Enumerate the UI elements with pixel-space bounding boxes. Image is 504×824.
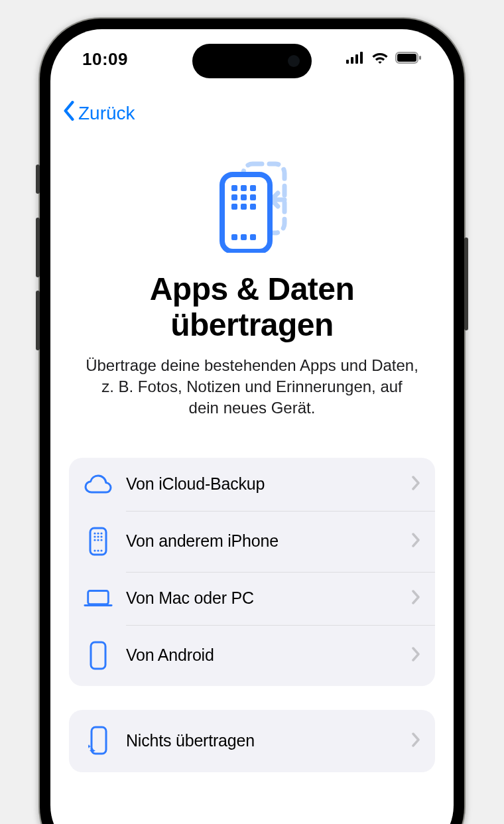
svg-rect-10 bbox=[241, 185, 247, 191]
option-label: Von iCloud-Backup bbox=[126, 474, 398, 494]
screen: 10:09 Zu bbox=[50, 29, 454, 824]
svg-rect-3 bbox=[360, 52, 363, 64]
option-label: Nichts übertragen bbox=[126, 731, 398, 750]
svg-rect-15 bbox=[231, 204, 237, 210]
status-time: 10:09 bbox=[82, 49, 128, 70]
option-label: Von Android bbox=[126, 646, 398, 665]
svg-point-26 bbox=[97, 535, 99, 537]
svg-point-22 bbox=[94, 532, 95, 534]
transfer-options-list: Von iCloud-Backup Von anderem iPhone bbox=[69, 458, 435, 686]
svg-rect-11 bbox=[250, 185, 256, 191]
back-button[interactable]: Zurück bbox=[50, 96, 147, 131]
svg-rect-13 bbox=[241, 194, 247, 200]
svg-point-27 bbox=[100, 535, 102, 537]
svg-rect-1 bbox=[351, 57, 353, 64]
phone-icon bbox=[84, 641, 113, 670]
chevron-right-icon bbox=[411, 476, 420, 493]
option-other-iphone[interactable]: Von anderem iPhone bbox=[69, 511, 435, 572]
svg-rect-34 bbox=[88, 590, 109, 604]
svg-rect-9 bbox=[231, 185, 237, 191]
svg-point-25 bbox=[94, 535, 95, 537]
option-icloud-backup[interactable]: Von iCloud-Backup bbox=[69, 458, 435, 511]
svg-rect-16 bbox=[241, 204, 247, 210]
transfer-icon bbox=[202, 160, 302, 253]
option-label: Von Mac oder PC bbox=[126, 588, 398, 608]
option-label: Von anderem iPhone bbox=[126, 531, 398, 551]
laptop-icon bbox=[84, 588, 113, 609]
page-title: Apps & Daten übertragen bbox=[82, 271, 422, 343]
option-transfer-nothing[interactable]: Nichts übertragen bbox=[69, 710, 435, 772]
volume-down-button bbox=[36, 291, 40, 350]
transfer-options-list-secondary: Nichts übertragen bbox=[69, 710, 435, 772]
chevron-left-icon bbox=[62, 101, 76, 125]
svg-rect-0 bbox=[346, 60, 349, 64]
svg-rect-5 bbox=[397, 54, 416, 62]
chevron-right-icon bbox=[411, 647, 420, 664]
svg-rect-12 bbox=[231, 194, 237, 200]
option-mac-pc[interactable]: Von Mac oder PC bbox=[69, 572, 435, 625]
page-subtitle: Übertrage deine bestehenden Apps und Dat… bbox=[82, 355, 422, 419]
svg-rect-6 bbox=[419, 56, 421, 60]
phone-sparkle-icon bbox=[84, 726, 113, 756]
svg-rect-35 bbox=[91, 642, 105, 669]
svg-point-23 bbox=[97, 532, 99, 534]
svg-point-30 bbox=[100, 539, 102, 541]
svg-point-28 bbox=[94, 539, 95, 541]
phone-frame: 10:09 Zu bbox=[40, 19, 464, 824]
svg-rect-20 bbox=[250, 234, 256, 240]
svg-rect-18 bbox=[231, 234, 237, 240]
svg-rect-19 bbox=[241, 234, 247, 240]
iphone-icon bbox=[84, 527, 113, 556]
mute-switch bbox=[36, 165, 40, 194]
svg-point-29 bbox=[97, 539, 99, 541]
chevron-right-icon bbox=[411, 533, 420, 550]
cellular-icon bbox=[346, 52, 365, 66]
battery-icon bbox=[395, 52, 422, 66]
svg-point-33 bbox=[100, 549, 102, 551]
svg-rect-14 bbox=[250, 194, 256, 200]
side-button bbox=[464, 238, 468, 330]
back-label: Zurück bbox=[78, 103, 135, 124]
chevron-right-icon bbox=[411, 732, 420, 750]
option-android[interactable]: Von Android bbox=[69, 625, 435, 686]
svg-rect-2 bbox=[355, 54, 358, 64]
svg-point-24 bbox=[100, 532, 102, 534]
wifi-icon bbox=[371, 51, 389, 67]
svg-point-32 bbox=[97, 549, 99, 551]
svg-point-31 bbox=[94, 549, 95, 551]
dynamic-island bbox=[192, 44, 312, 78]
svg-rect-36 bbox=[92, 727, 106, 754]
svg-rect-17 bbox=[250, 204, 256, 210]
cloud-icon bbox=[84, 474, 113, 495]
chevron-right-icon bbox=[411, 590, 420, 607]
volume-up-button bbox=[36, 218, 40, 277]
